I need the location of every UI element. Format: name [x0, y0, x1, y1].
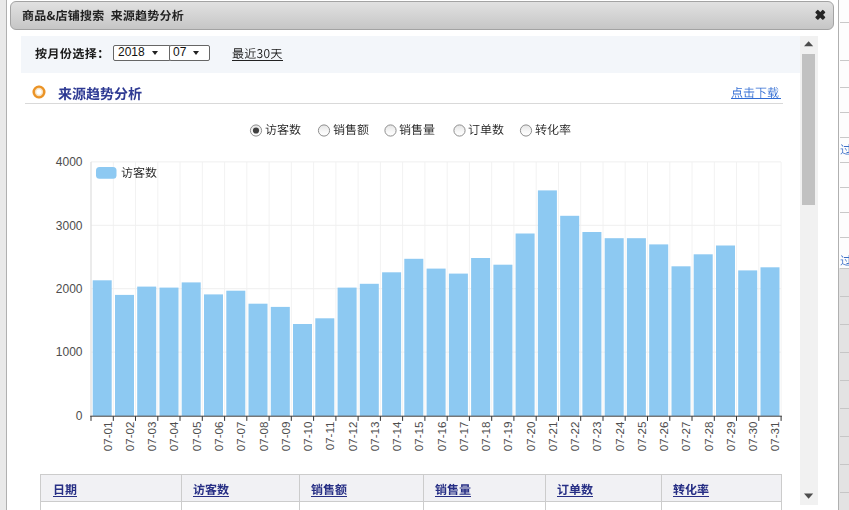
svg-text:07-28: 07-28 [702, 422, 715, 452]
svg-text:07-29: 07-29 [724, 422, 737, 452]
svg-text:07-24: 07-24 [613, 421, 626, 451]
svg-text:07-04: 07-04 [167, 421, 180, 451]
svg-text:07-22: 07-22 [568, 422, 581, 452]
svg-text:07-18: 07-18 [479, 421, 492, 451]
svg-text:07-08: 07-08 [257, 422, 270, 452]
svg-text:07-12: 07-12 [346, 422, 359, 452]
svg-text:07-13: 07-13 [368, 422, 381, 452]
svg-text:07-03: 07-03 [145, 422, 158, 452]
svg-text:2000: 2000 [56, 282, 83, 296]
svg-text:07-27: 07-27 [679, 422, 692, 452]
svg-text:07-11: 07-11 [323, 422, 336, 451]
svg-text:07-09: 07-09 [279, 422, 292, 452]
svg-text:07-07: 07-07 [234, 422, 247, 452]
svg-text:1000: 1000 [56, 345, 83, 359]
svg-text:07-20: 07-20 [524, 422, 537, 452]
svg-text:4000: 4000 [56, 155, 83, 169]
svg-text:07-19: 07-19 [501, 422, 514, 452]
svg-text:3000: 3000 [56, 219, 83, 233]
svg-text:07-21: 07-21 [546, 422, 559, 452]
svg-text:07-31: 07-31 [768, 422, 781, 452]
svg-text:07-14: 07-14 [390, 421, 403, 451]
svg-text:07-05: 07-05 [190, 422, 203, 452]
svg-text:0: 0 [76, 409, 83, 423]
svg-text:07-16: 07-16 [435, 422, 448, 452]
svg-text:07-06: 07-06 [212, 422, 225, 452]
svg-text:07-01: 07-01 [101, 422, 114, 452]
svg-text:07-15: 07-15 [412, 422, 425, 452]
svg-text:07-25: 07-25 [635, 422, 648, 452]
svg-text:07-17: 07-17 [457, 422, 470, 452]
svg-text:07-02: 07-02 [123, 422, 136, 452]
svg-text:07-30: 07-30 [746, 422, 759, 452]
svg-text:07-23: 07-23 [590, 422, 603, 452]
svg-text:07-26: 07-26 [657, 422, 670, 452]
svg-text:07-10: 07-10 [301, 422, 314, 452]
